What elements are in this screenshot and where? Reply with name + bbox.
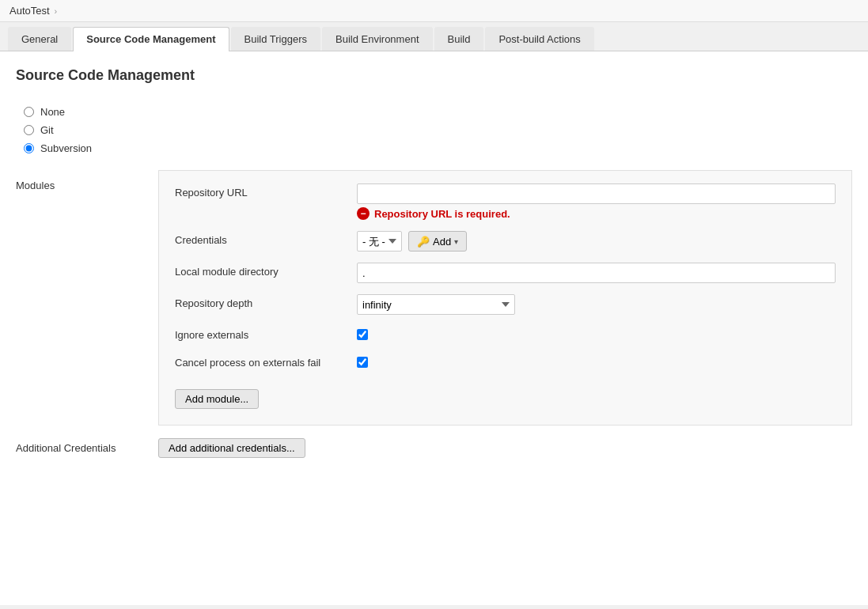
add-dropdown-arrow-icon: ▾ <box>454 237 458 246</box>
repository-url-error: − Repository URL is required. <box>357 207 836 220</box>
radio-git-input[interactable] <box>24 125 34 135</box>
repository-depth-select[interactable]: infinity empty files immediates <box>357 294 515 315</box>
tab-build-triggers[interactable]: Build Triggers <box>231 27 320 51</box>
breadcrumb-arrow: › <box>55 6 58 16</box>
radio-subversion-input[interactable] <box>24 143 34 153</box>
radio-none-label: None <box>40 106 65 118</box>
ignore-externals-checkbox[interactable] <box>357 329 368 340</box>
tab-bar: General Source Code Management Build Tri… <box>0 22 868 51</box>
page-title: Source Code Management <box>16 67 852 90</box>
main-content: Source Code Management None Git Subversi… <box>0 51 868 605</box>
tab-general[interactable]: General <box>8 27 71 51</box>
cancel-externals-checkbox[interactable] <box>357 357 368 368</box>
error-icon: − <box>357 207 370 220</box>
credentials-wrap: - 无 - 🔑 Add ▾ <box>357 231 836 252</box>
credentials-select[interactable]: - 无 - <box>357 231 402 252</box>
local-module-directory-wrap <box>357 263 836 283</box>
modules-label: Modules <box>16 170 158 426</box>
radio-none[interactable]: None <box>24 106 852 118</box>
scm-radio-group: None Git Subversion <box>16 106 852 154</box>
local-module-directory-row: Local module directory <box>175 263 836 283</box>
ignore-externals-row: Ignore externals <box>175 326 836 342</box>
modules-section: Modules Repository URL − Repository URL … <box>16 170 852 426</box>
key-icon: 🔑 <box>417 236 430 248</box>
additional-credentials-label: Additional Credentials <box>16 442 158 454</box>
modules-content: Repository URL − Repository URL is requi… <box>158 170 852 426</box>
breadcrumb: AutoTest › <box>0 0 868 22</box>
cancel-externals-wrap <box>357 354 836 370</box>
repository-url-row: Repository URL − Repository URL is requi… <box>175 183 836 220</box>
radio-git-label: Git <box>40 124 54 136</box>
add-button-label: Add <box>433 236 451 248</box>
repository-depth-wrap: infinity empty files immediates <box>357 294 836 315</box>
additional-credentials-section: Additional Credentials Add additional cr… <box>16 438 852 458</box>
tab-build[interactable]: Build <box>434 27 484 51</box>
repository-depth-row: Repository depth infinity empty files im… <box>175 294 836 315</box>
credentials-label: Credentials <box>175 231 349 246</box>
add-module-button[interactable]: Add module... <box>175 389 259 409</box>
radio-subversion[interactable]: Subversion <box>24 142 852 154</box>
radio-subversion-label: Subversion <box>40 142 92 154</box>
local-module-directory-input[interactable] <box>357 263 836 283</box>
radio-none-input[interactable] <box>24 107 34 117</box>
add-additional-credentials-button[interactable]: Add additional credentials... <box>158 438 305 458</box>
tab-post-build-actions[interactable]: Post-build Actions <box>485 27 593 51</box>
ignore-externals-label: Ignore externals <box>175 326 349 341</box>
repository-depth-label: Repository depth <box>175 294 349 309</box>
ignore-externals-wrap <box>357 326 836 342</box>
error-text: Repository URL is required. <box>374 208 510 220</box>
credentials-row: Credentials - 无 - 🔑 Add ▾ <box>175 231 836 252</box>
radio-git[interactable]: Git <box>24 124 852 136</box>
breadcrumb-link[interactable]: AutoTest <box>9 5 50 17</box>
repository-url-label: Repository URL <box>175 183 349 199</box>
cancel-externals-label: Cancel process on externals fail <box>175 354 349 369</box>
tab-build-environment[interactable]: Build Environment <box>322 27 433 51</box>
local-module-directory-label: Local module directory <box>175 263 349 278</box>
add-credentials-button[interactable]: 🔑 Add ▾ <box>408 231 467 252</box>
repository-url-input[interactable] <box>357 183 836 204</box>
repository-url-wrap: − Repository URL is required. <box>357 183 836 220</box>
cancel-externals-row: Cancel process on externals fail <box>175 354 836 370</box>
tab-source-code-management[interactable]: Source Code Management <box>73 27 229 51</box>
